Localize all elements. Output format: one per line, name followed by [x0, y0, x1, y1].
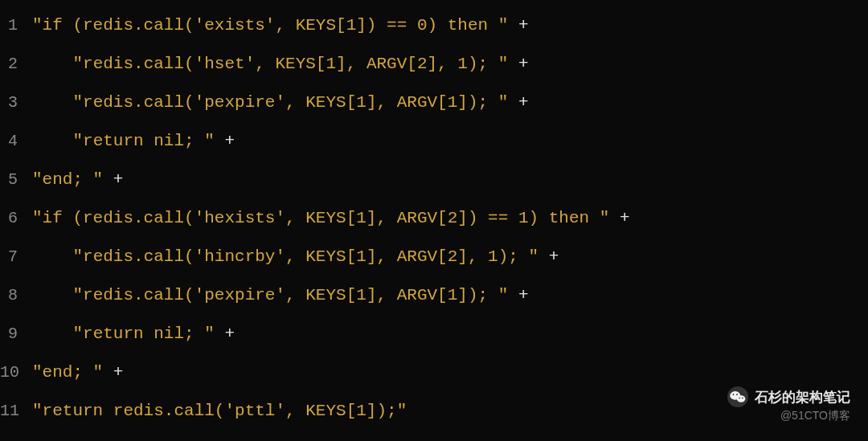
code-line: 8 "redis.call('pexpire', KEYS[1], ARGV[1…	[0, 276, 868, 315]
watermark-subtitle: @51CTO博客	[780, 409, 850, 423]
line-number: 10	[0, 353, 32, 392]
line-number: 6	[0, 199, 32, 238]
code-content: "if (redis.call('exists', KEYS[1]) == 0)…	[32, 6, 529, 45]
line-number: 8	[0, 276, 32, 315]
watermark-title: 石杉的架构笔记	[755, 388, 850, 406]
line-number: 1	[0, 6, 32, 45]
line-number: 5	[0, 161, 32, 199]
code-line: 4 "return nil; " +	[0, 122, 868, 161]
code-content: "redis.call('hincrby', KEYS[1], ARGV[2],…	[32, 238, 559, 276]
svg-point-2	[737, 395, 746, 402]
line-number: 11	[0, 392, 32, 431]
code-line: 2 "redis.call('hset', KEYS[1], ARGV[2], …	[0, 45, 868, 84]
code-content: "redis.call('pexpire', KEYS[1], ARGV[1])…	[32, 276, 529, 315]
svg-point-4	[736, 394, 738, 395]
code-editor: 1 "if (redis.call('exists', KEYS[1]) == …	[0, 0, 868, 437]
code-content: "end; " +	[32, 161, 123, 199]
svg-point-3	[733, 394, 735, 395]
svg-point-5	[739, 398, 741, 399]
code-line: 5 "end; " +	[0, 161, 868, 199]
line-number: 9	[0, 315, 32, 353]
code-line: 1 "if (redis.call('exists', KEYS[1]) == …	[0, 6, 868, 45]
wechat-icon	[727, 386, 748, 407]
code-content: "return nil; " +	[32, 122, 235, 161]
code-content: "return nil; " +	[32, 315, 235, 353]
code-content: "redis.call('hset', KEYS[1], ARGV[2], 1)…	[32, 45, 529, 84]
line-number: 4	[0, 122, 32, 161]
code-line: 7 "redis.call('hincrby', KEYS[1], ARGV[2…	[0, 238, 868, 276]
line-number: 7	[0, 238, 32, 276]
line-number: 3	[0, 84, 32, 122]
code-line: 6 "if (redis.call('hexists', KEYS[1], AR…	[0, 199, 868, 238]
code-content: "end; " +	[32, 353, 123, 392]
code-content: "return redis.call('pttl', KEYS[1]);"	[32, 392, 407, 431]
line-number: 2	[0, 45, 32, 84]
svg-point-6	[742, 398, 743, 399]
watermark-badge: 石杉的架构笔记	[727, 386, 850, 407]
code-content: "redis.call('pexpire', KEYS[1], ARGV[1])…	[32, 84, 529, 122]
code-line: 9 "return nil; " +	[0, 315, 868, 353]
code-content: "if (redis.call('hexists', KEYS[1], ARGV…	[32, 199, 630, 238]
code-line: 3 "redis.call('pexpire', KEYS[1], ARGV[1…	[0, 84, 868, 122]
